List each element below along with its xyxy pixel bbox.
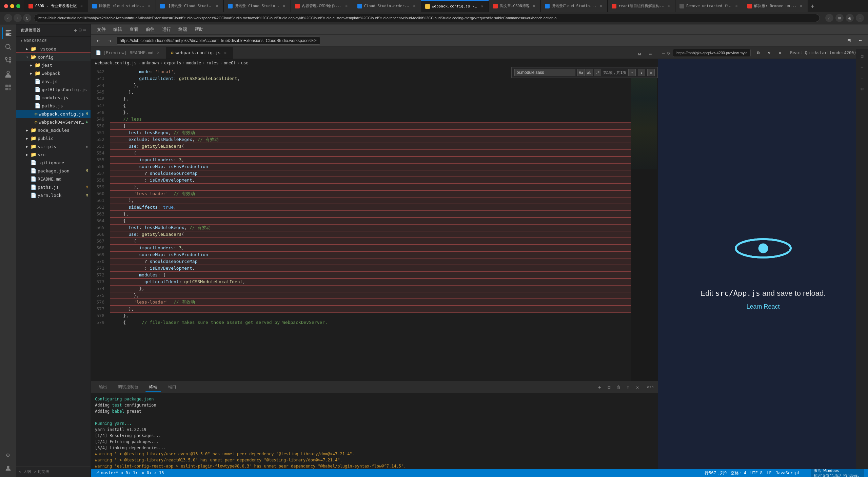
learn-react-link[interactable]: Learn React — [746, 303, 780, 310]
activity-extensions-icon[interactable] — [2, 81, 14, 94]
tab-csdn-content[interactable]: 内容管理-CSDN创作... ✕ — [291, 0, 353, 12]
activity-settings-icon[interactable]: ⚙ — [2, 449, 14, 461]
tab-csdn-blog[interactable]: 淘文章-CSDN博客 ✕ — [489, 0, 541, 12]
tree-item-yarnlock[interactable]: 📄 yarn.lock M — [16, 191, 91, 199]
sidebar-footer-outline[interactable]: ▽ 大纲 — [19, 469, 31, 474]
tree-item-nodemodules[interactable]: ▶ 📁 node_modules — [16, 126, 91, 134]
tab-close-icon[interactable]: ✕ — [344, 4, 349, 8]
find-prev-btn[interactable]: ↑ — [628, 69, 636, 76]
tree-item-readme[interactable]: 📄 README.md — [16, 175, 91, 183]
status-position[interactable]: 行567，列9 — [705, 470, 727, 476]
breadcrumb-exports[interactable]: exports — [164, 61, 181, 65]
tree-item-jest[interactable]: ▶ 📁 jest — [16, 61, 91, 69]
preview-url-input[interactable] — [673, 49, 751, 57]
menu-btn[interactable]: ⋮ — [856, 14, 864, 22]
status-branch[interactable]: ⎇ master* ⊙ 0↓ 1↑ — [95, 471, 138, 475]
tab-order[interactable]: Cloud Studio-order-Re... ✕ — [353, 0, 421, 12]
status-spaces[interactable]: 空格: 4 — [731, 470, 746, 476]
tab-close-icon[interactable]: ✕ — [79, 4, 84, 8]
breadcrumb-rules[interactable]: rules — [206, 61, 218, 65]
tree-item-webpack-config[interactable]: ⚙ webpack.config.js M — [16, 110, 91, 118]
tab-close-icon[interactable]: ✕ — [147, 4, 152, 8]
tab-close-icon[interactable]: ✕ — [480, 4, 485, 9]
activate-windows[interactable]: 激活 Windows 转到"设置"以激活 Windows。 — [811, 468, 864, 477]
tree-item-paths-top[interactable]: 📄 paths.js M — [16, 183, 91, 191]
tab-remove-untracked[interactable]: Remove untracked files... ✕ — [675, 0, 743, 12]
code-content[interactable]: mode: 'local', getLocalIdent: getCSSModu… — [110, 67, 631, 381]
menu-help[interactable]: 帮助 — [191, 25, 207, 34]
tree-item-vscode[interactable]: ▶ 📁 .vscode — [16, 45, 91, 53]
activity-debug-icon[interactable] — [2, 68, 14, 80]
sidebar-more-icon[interactable]: ⋯ — [83, 27, 86, 34]
tab-cloudstudio2[interactable]: 【腾讯云 Cloud Studio... ✕ — [156, 0, 224, 12]
tab-close-icon[interactable]: ✕ — [666, 4, 671, 8]
tree-item-src[interactable]: ▶ 📁 src — [16, 150, 91, 159]
window-maximize-btn[interactable] — [16, 4, 20, 8]
sidebar-new-file-icon[interactable]: + — [74, 27, 77, 34]
sidebar-footer-timeline[interactable]: ▽ 时间线 — [34, 469, 49, 474]
terminal-add-btn[interactable]: + — [595, 383, 604, 391]
menu-run[interactable]: 运行 — [159, 25, 174, 34]
menu-file[interactable]: 文件 — [94, 25, 109, 34]
tab-cloudstudio4[interactable]: 腾讯云Cloud Studio... ✕ — [541, 0, 608, 12]
tree-item-public[interactable]: ▶ 📁 public — [16, 134, 91, 142]
account-btn[interactable]: ◉ — [846, 14, 854, 22]
status-errors[interactable]: ⊗ 0↓ ⚠ 13 — [142, 471, 164, 475]
find-input[interactable] — [514, 69, 575, 76]
activity-account-icon[interactable] — [2, 462, 14, 474]
tree-item-scripts[interactable]: ▶ 📁 scripts ↻ — [16, 142, 91, 150]
tab-close-icon[interactable]: ✕ — [215, 4, 219, 8]
terminal-body[interactable]: Configuring package.json Adding test con… — [91, 393, 658, 469]
tree-item-env[interactable]: 📄 env.js — [16, 77, 91, 85]
sidebar-collapse-icon[interactable]: ⊟ — [79, 27, 82, 34]
tab-close-icon[interactable]: ✕ — [156, 50, 161, 55]
status-language[interactable]: JavaScript — [776, 471, 800, 475]
breadcrumb-oneof[interactable]: oneOf — [224, 61, 236, 65]
preview-open-external[interactable]: ⧉ — [753, 48, 763, 58]
tab-cloudstudio1[interactable]: 腾讯云 cloud studio... ✕ — [88, 0, 156, 12]
breadcrumb-use[interactable]: use — [241, 61, 249, 65]
tree-item-webpack-devserver[interactable]: ⚙ webpackDevServer.config.js A — [16, 118, 91, 126]
tree-item-packagejson[interactable]: 📄 package.json M — [16, 167, 91, 175]
tree-item-config[interactable]: ▾ 📂 config — [16, 53, 91, 61]
tree-item-webpack[interactable]: ▶ 📁 webpack — [16, 69, 91, 77]
toolbar-search-input[interactable] — [117, 37, 320, 45]
tree-item-gethttps[interactable]: 📄 getHttpsConfig.js — [16, 85, 91, 94]
extensions-btn[interactable]: ⊞ — [835, 14, 844, 22]
menu-terminal[interactable]: 终端 — [175, 25, 191, 34]
tree-item-paths-config[interactable]: 📄 paths.js — [16, 102, 91, 110]
find-whole-word[interactable]: ab — [586, 69, 593, 76]
editor-more-btn[interactable]: ⋯ — [646, 49, 655, 59]
toolbar-split-editor[interactable]: ⊞ — [844, 36, 854, 45]
tab-close-icon[interactable]: ✕ — [734, 4, 739, 8]
tab-close-icon[interactable]: ✕ — [412, 4, 417, 8]
preview-devtools[interactable]: ⚒ — [764, 48, 774, 58]
activity-search-icon[interactable] — [2, 41, 14, 53]
find-case-sensitive[interactable]: Aa — [577, 69, 585, 76]
new-tab-button[interactable]: + — [808, 2, 817, 9]
status-line-ending[interactable]: LF — [767, 471, 771, 475]
forward-button[interactable]: › — [14, 14, 22, 22]
terminal-tab-debug[interactable]: 调试控制台 — [114, 383, 142, 391]
preview-back-btn[interactable]: ← — [662, 50, 665, 56]
terminal-tab-terminal[interactable]: 终端 — [145, 383, 161, 392]
window-close-btn[interactable] — [4, 4, 8, 8]
tab-csdn[interactable]: CSDN - 专业开发者社区 ✕ — [24, 0, 88, 12]
preview-close[interactable]: ✕ — [775, 48, 785, 58]
preview-zoom-out[interactable]: − — [857, 73, 867, 83]
status-encoding[interactable]: UTF-8 — [750, 471, 763, 475]
breadcrumb-file[interactable]: webpack.config.js — [95, 61, 137, 65]
workspace-section[interactable]: ▾ WORKSPACE — [16, 37, 91, 45]
terminal-tab-ports[interactable]: 端口 — [164, 383, 180, 391]
breadcrumb-unknown[interactable]: unknown — [142, 61, 159, 65]
editor-tab-readme[interactable]: 📄 [Preview] README.md ✕ — [91, 47, 166, 59]
find-regex[interactable]: .* — [594, 69, 601, 76]
preview-sidebar-toggle[interactable]: ⊡ — [857, 51, 867, 61]
toolbar-more[interactable]: ⋯ — [856, 36, 865, 45]
url-input[interactable] — [34, 14, 820, 22]
breadcrumb-module[interactable]: module — [186, 61, 201, 65]
menu-edit[interactable]: 编辑 — [110, 25, 125, 34]
menu-view[interactable]: 查看 — [126, 25, 142, 34]
tab-webpack-active[interactable]: webpack.config.js - wo... ✕ — [421, 0, 489, 12]
activity-explorer-icon[interactable] — [2, 27, 14, 39]
